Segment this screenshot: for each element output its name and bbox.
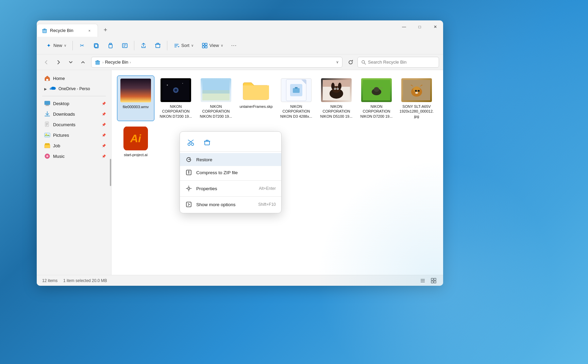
- share-icon: [140, 43, 147, 49]
- context-divider-1: [180, 180, 281, 181]
- close-button[interactable]: ✕: [427, 21, 443, 33]
- file-item-3[interactable]: untainerFrames.skp: [237, 76, 275, 121]
- svg-rect-78: [206, 140, 208, 141]
- sidebar-item-job[interactable]: Job 📌: [39, 140, 109, 151]
- properties-label: Properties: [196, 186, 217, 191]
- context-delete-button[interactable]: [201, 136, 213, 149]
- sidebar-item-music[interactable]: Music 📌: [39, 151, 109, 161]
- view-icon: [202, 43, 208, 49]
- svg-rect-10: [122, 44, 127, 48]
- svg-point-59: [335, 88, 336, 89]
- tab-close-button[interactable]: ×: [86, 27, 93, 34]
- delete-button[interactable]: [151, 40, 164, 51]
- up-button[interactable]: [78, 57, 88, 68]
- selected-info: 1 item selected 20.0 MB: [63, 278, 107, 283]
- search-input[interactable]: [368, 60, 435, 65]
- search-box[interactable]: [357, 57, 439, 68]
- file-item-1[interactable]: NIKON CORPORATION NIKON D7200 19...: [157, 76, 195, 121]
- file-item-6[interactable]: NIKON CORPORATION NIKON D7200 19...: [358, 76, 395, 121]
- downloads-pin-icon: 📌: [102, 112, 106, 116]
- grid-view-button[interactable]: [430, 277, 438, 285]
- svg-rect-9: [110, 43, 112, 45]
- breadcrumb-expand-button[interactable]: ∨: [336, 60, 339, 64]
- svg-rect-96: [434, 281, 436, 283]
- svg-point-65: [374, 87, 379, 92]
- svg-rect-51: [293, 88, 300, 93]
- context-cut-button[interactable]: [185, 136, 197, 149]
- context-restore-button[interactable]: Restore: [180, 153, 281, 166]
- view-button[interactable]: View ∨: [198, 40, 226, 51]
- svg-rect-49: [202, 94, 230, 100]
- sort-button[interactable]: Sort ∨: [170, 40, 197, 51]
- svg-line-74: [189, 140, 194, 143]
- home-icon: [44, 75, 50, 81]
- more-options-icon: [185, 201, 192, 208]
- delete-icon: [155, 43, 161, 49]
- svg-rect-30: [45, 101, 50, 105]
- file-name-6: NIKON CORPORATION NIKON D7200 19...: [359, 104, 394, 118]
- sidebar-divider-1: [42, 96, 106, 96]
- view-chevron: ∨: [221, 44, 223, 47]
- file-name-8: start-project.ai: [124, 152, 148, 157]
- list-view-button[interactable]: [419, 277, 427, 285]
- sidebar-item-home[interactable]: Home: [39, 73, 109, 83]
- file-item-7[interactable]: SONY SLT-A65V 1920x1280_000012.jpg: [398, 76, 435, 121]
- context-properties-button[interactable]: Properties Alt+Enter: [180, 182, 281, 195]
- svg-point-44: [167, 85, 168, 86]
- minimize-button[interactable]: —: [396, 21, 412, 33]
- svg-rect-52: [295, 87, 298, 88]
- forward-button[interactable]: [53, 57, 64, 68]
- file-item-2[interactable]: NIKON CORPORATION NIKON D7200 19...: [197, 76, 235, 121]
- compress-icon: [185, 169, 192, 176]
- file-thumb-6: [361, 78, 392, 102]
- maximize-button[interactable]: □: [412, 21, 427, 33]
- svg-rect-50: [202, 90, 230, 94]
- refresh-button[interactable]: [345, 57, 356, 68]
- sidebar-item-downloads[interactable]: Downloads 📌: [39, 109, 109, 119]
- back-button[interactable]: [41, 57, 52, 68]
- sidebar-item-documents[interactable]: Documents 📌: [39, 119, 109, 130]
- svg-line-75: [188, 140, 192, 143]
- file-thumb-0: [120, 79, 151, 102]
- sidebar-item-desktop[interactable]: Desktop 📌: [39, 98, 109, 109]
- new-tab-button[interactable]: +: [99, 24, 112, 36]
- restore-icon: [185, 156, 192, 163]
- svg-rect-76: [205, 141, 209, 145]
- sidebar-music-label: Music: [53, 154, 65, 159]
- new-icon: ✦: [46, 43, 52, 49]
- recycle-bin-tab[interactable]: Recycle Bin ×: [37, 24, 98, 37]
- toolbar-separator-3: [167, 41, 167, 50]
- sidebar-scrollbar[interactable]: [110, 159, 111, 186]
- sidebar: Home ▶ OneDrive - Perso Desktop 📌: [37, 70, 112, 275]
- paste-button[interactable]: [104, 40, 117, 51]
- rename-button[interactable]: [118, 40, 131, 51]
- breadcrumb-separator-1: ›: [102, 60, 104, 64]
- file-item-4[interactable]: NIKON CORPORATION NIKON D3 4288x...: [278, 76, 315, 121]
- breadcrumb[interactable]: › Recycle Bin › ∨: [91, 57, 342, 68]
- svg-rect-1: [42, 29, 47, 30]
- sidebar-home-label: Home: [53, 76, 65, 81]
- sidebar-item-pictures[interactable]: Pictures 📌: [39, 130, 109, 140]
- recent-locations-button[interactable]: [65, 57, 76, 68]
- file-item-8[interactable]: Ai start-project.ai: [117, 124, 154, 160]
- svg-line-28: [365, 63, 366, 64]
- file-item-5[interactable]: NIKON CORPORATION NIKON D5100 19...: [318, 76, 355, 121]
- sort-icon: [173, 43, 180, 49]
- tabs-area: Recycle Bin × +: [37, 20, 396, 37]
- svg-rect-29: [46, 79, 48, 81]
- svg-rect-2: [44, 29, 46, 29]
- file-item-0[interactable]: file000003.wmv: [117, 76, 154, 121]
- sidebar-item-onedrive[interactable]: ▶ OneDrive - Perso: [39, 84, 109, 94]
- pictures-pin-icon: 📌: [102, 133, 106, 137]
- cut-button[interactable]: ✂: [75, 40, 88, 51]
- new-button[interactable]: ✦ New ∨: [42, 40, 70, 51]
- svg-point-71: [415, 92, 418, 94]
- share-button[interactable]: [137, 40, 150, 51]
- context-compress-button[interactable]: Compress to ZIP file: [180, 166, 281, 179]
- context-menu-top-actions: [180, 134, 281, 152]
- context-more-options-button[interactable]: Show more options Shift+F10: [180, 198, 281, 211]
- more-options-label: Show more options: [196, 202, 236, 207]
- file-name-7: SONY SLT-A65V 1920x1280_000012.jpg: [399, 104, 434, 118]
- copy-button[interactable]: [90, 40, 103, 51]
- more-button[interactable]: ···: [228, 40, 240, 51]
